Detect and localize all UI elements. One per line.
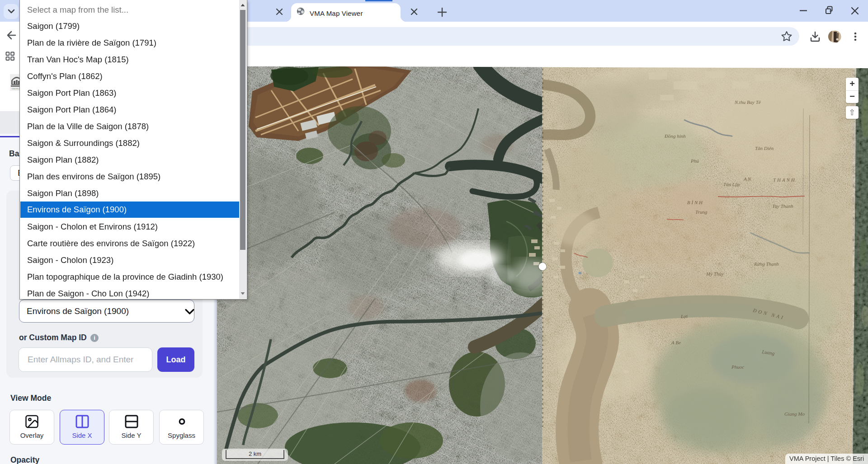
svg-text:B Ì N H: B Ì N H <box>687 200 703 205</box>
svg-text:Đồng hinh: Đồng hinh <box>664 133 686 139</box>
svg-text:Phú: Phú <box>690 158 699 164</box>
svg-text:Rừng Thạnh: Rừng Thạnh <box>754 261 779 267</box>
svg-text:Tuy Thanh: Tuy Thanh <box>772 203 793 209</box>
svg-text:Phuoc: Phuoc <box>731 364 744 370</box>
svg-text:Tân Diên: Tân Diên <box>755 145 774 151</box>
svg-text:Giang Mo: Giang Mo <box>784 411 805 417</box>
svg-text:Lợi: Lợi <box>680 314 688 319</box>
svg-text:THANH: THANH <box>773 177 796 183</box>
svg-text:AN: AN <box>743 176 752 182</box>
svg-text:Mỹ Thủy: Mỹ Thủy <box>706 271 724 277</box>
svg-text:Trung: Trung <box>695 209 708 215</box>
svg-text:N.thu Bay Tê: N.thu Bay Tê <box>734 99 761 105</box>
svg-text:Tân Lập: Tân Lập <box>723 182 740 187</box>
svg-text:A Be: A Be <box>671 340 681 345</box>
